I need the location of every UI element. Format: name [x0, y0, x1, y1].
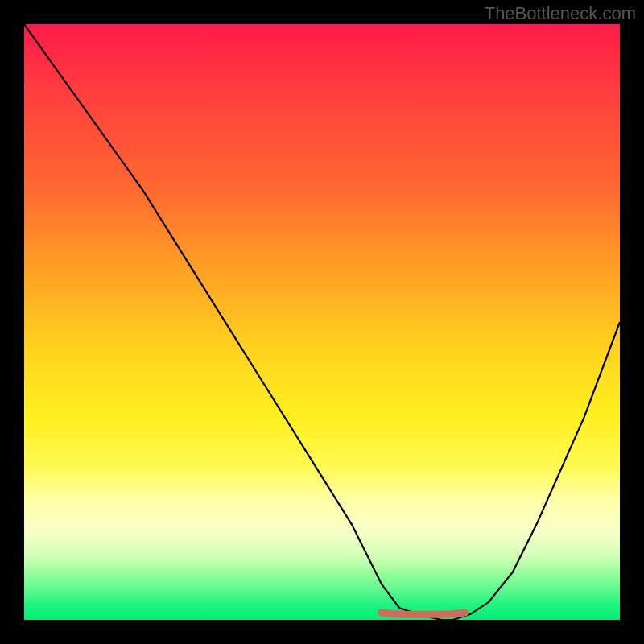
watermark-text: TheBottleneck.com	[485, 3, 636, 24]
plot-area	[24, 24, 620, 620]
chart-frame: TheBottleneck.com	[0, 0, 644, 644]
bottleneck-curve	[24, 24, 620, 620]
bottom-marker	[382, 613, 465, 614]
curve-svg	[24, 24, 620, 620]
